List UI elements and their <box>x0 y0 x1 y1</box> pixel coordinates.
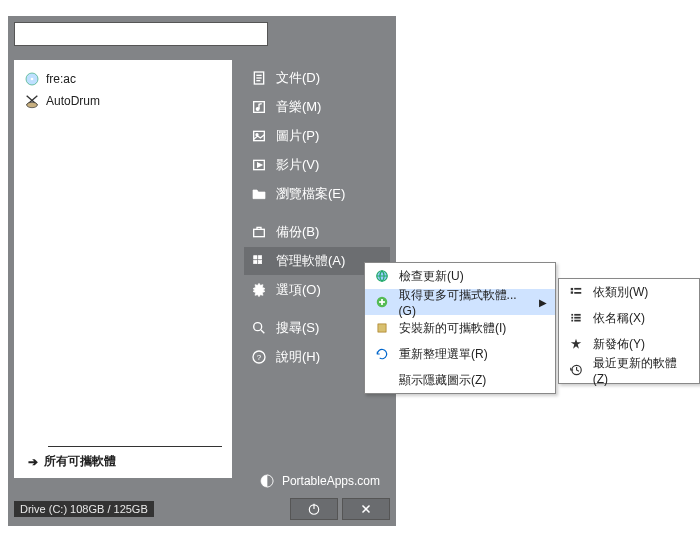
all-apps-label: 所有可攜軟體 <box>44 453 116 470</box>
menu-label: 音樂(M) <box>276 98 322 116</box>
svg-rect-43 <box>574 317 580 319</box>
all-portable-apps[interactable]: ➔ 所有可攜軟體 <box>24 453 222 470</box>
submenu-label: 安裝新的可攜軟體(I) <box>399 320 506 337</box>
svg-rect-15 <box>254 229 265 236</box>
brand: PortableApps.com <box>244 468 390 490</box>
list-icon <box>567 311 585 325</box>
app-list: fre:ac AutoDrum ➔ 所有可攜軟體 <box>14 60 232 478</box>
submenu-label: 依類別(W) <box>593 284 648 301</box>
disc-icon <box>24 71 40 87</box>
svg-rect-34 <box>378 324 386 332</box>
svg-rect-16 <box>254 256 257 259</box>
svg-point-0 <box>249 29 256 36</box>
svg-rect-42 <box>574 314 580 316</box>
menu-label: 選項(O) <box>276 281 321 299</box>
svg-marker-14 <box>258 163 262 167</box>
menu-label: 影片(V) <box>276 156 319 174</box>
submenu-label: 依名稱(X) <box>593 310 645 327</box>
svg-marker-45 <box>571 339 582 349</box>
picture-icon <box>250 127 268 145</box>
menu-label: 說明(H) <box>276 348 320 366</box>
launcher-window: fre:ac AutoDrum ➔ 所有可攜軟體 文件 <box>8 16 396 526</box>
svg-rect-19 <box>258 260 261 263</box>
video-icon <box>250 156 268 174</box>
svg-point-4 <box>27 102 38 107</box>
app-item-freac[interactable]: fre:ac <box>24 68 222 90</box>
svg-rect-41 <box>571 320 573 322</box>
search-box[interactable] <box>14 22 268 46</box>
globe-icon <box>373 269 391 283</box>
submenu-label: 檢查更新(U) <box>399 268 464 285</box>
star-icon <box>567 337 585 351</box>
search-icon <box>250 319 268 337</box>
app-item-label: fre:ac <box>46 72 76 86</box>
briefcase-icon <box>250 223 268 241</box>
menu-backup[interactable]: 備份(B) <box>244 218 390 246</box>
menu-pictures[interactable]: 圖片(P) <box>244 122 390 150</box>
brand-icon <box>258 472 276 490</box>
svg-line-22 <box>261 330 264 333</box>
grid-icon <box>250 252 268 270</box>
app-item-autodrum[interactable]: AutoDrum <box>24 90 222 112</box>
power-icon <box>307 502 321 516</box>
submenu-by-name[interactable]: 依名稱(X) <box>559 305 699 331</box>
close-icon <box>360 503 372 515</box>
svg-line-1 <box>256 36 259 39</box>
music-icon <box>250 98 268 116</box>
get-more-submenu: 依類別(W) 依名稱(X) 新發佈(Y) 最近更新的軟體(Z) <box>558 278 700 384</box>
chevron-right-icon: ▶ <box>539 297 547 308</box>
menu-label: 瀏覽檔案(E) <box>276 185 345 203</box>
submenu-show-hidden[interactable]: 顯示隱藏圖示(Z) <box>365 367 555 393</box>
svg-text:?: ? <box>257 353 262 362</box>
svg-rect-38 <box>574 292 581 294</box>
svg-rect-37 <box>574 288 581 290</box>
power-button[interactable] <box>290 498 338 520</box>
submenu-label: 最近更新的軟體(Z) <box>593 355 691 386</box>
install-icon <box>373 321 391 335</box>
app-item-label: AutoDrum <box>46 94 100 108</box>
help-icon: ? <box>250 348 268 366</box>
svg-rect-40 <box>571 317 573 319</box>
arrow-right-icon: ➔ <box>28 455 38 469</box>
menu-label: 搜尋(S) <box>276 319 319 337</box>
manage-apps-submenu: 檢查更新(U) 取得更多可攜式軟體...(G) ▶ 安裝新的可攜軟體(I) 重新… <box>364 262 556 394</box>
menu-music[interactable]: 音樂(M) <box>244 93 390 121</box>
submenu-label: 重新整理選單(R) <box>399 346 488 363</box>
close-button[interactable] <box>342 498 390 520</box>
submenu-label: 顯示隱藏圖示(Z) <box>399 372 486 389</box>
history-icon <box>567 363 585 377</box>
svg-rect-18 <box>254 260 257 263</box>
svg-rect-44 <box>574 320 580 322</box>
menu-label: 文件(D) <box>276 69 320 87</box>
svg-rect-39 <box>571 314 573 316</box>
menu-explore[interactable]: 瀏覽檔案(E) <box>244 180 390 208</box>
brand-text: PortableApps.com <box>282 474 380 488</box>
plus-icon <box>373 295 391 309</box>
menu-label: 備份(B) <box>276 223 319 241</box>
submenu-get-more-apps[interactable]: 取得更多可攜式軟體...(G) ▶ <box>365 289 555 315</box>
gear-icon <box>250 281 268 299</box>
folder-icon <box>250 185 268 203</box>
search-icon <box>245 25 263 43</box>
submenu-refresh[interactable]: 重新整理選單(R) <box>365 341 555 367</box>
search-input[interactable] <box>19 27 245 41</box>
svg-point-3 <box>31 78 34 81</box>
menu-videos[interactable]: 影片(V) <box>244 151 390 179</box>
submenu-install-new[interactable]: 安裝新的可攜軟體(I) <box>365 315 555 341</box>
category-icon <box>567 285 585 299</box>
drum-icon <box>24 93 40 109</box>
submenu-recent[interactable]: 最近更新的軟體(Z) <box>559 357 699 383</box>
submenu-new-release[interactable]: 新發佈(Y) <box>559 331 699 357</box>
svg-rect-35 <box>571 288 573 290</box>
divider <box>48 446 222 447</box>
submenu-by-category[interactable]: 依類別(W) <box>559 279 699 305</box>
menu-label: 管理軟體(A) <box>276 252 345 270</box>
menu-label: 圖片(P) <box>276 127 319 145</box>
menu-documents[interactable]: 文件(D) <box>244 64 390 92</box>
submenu-label: 新發佈(Y) <box>593 336 645 353</box>
refresh-icon <box>373 347 391 361</box>
submenu-label: 取得更多可攜式軟體...(G) <box>399 287 531 318</box>
drive-status: Drive (C:) 108GB / 125GB <box>14 501 154 517</box>
submenu-check-updates[interactable]: 檢查更新(U) <box>365 263 555 289</box>
document-icon <box>250 69 268 87</box>
